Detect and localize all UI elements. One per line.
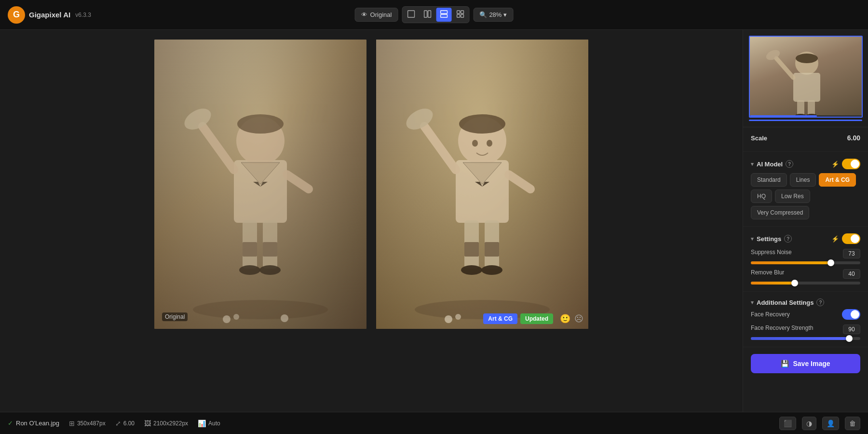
thumbnail-area — [743, 30, 868, 127]
svg-rect-3 — [440, 11, 447, 14]
source-size-icon: ⊞ — [69, 420, 75, 427]
mode-stat: 📊 Auto — [198, 420, 220, 427]
scale-icon: ⤢ — [115, 420, 121, 427]
face-detect-button[interactable]: 👤 — [822, 417, 839, 430]
svg-rect-5 — [457, 11, 460, 14]
face-recovery-strength-track[interactable] — [751, 337, 860, 340]
additional-settings-row: ▾ Additional Settings ? — [751, 298, 860, 306]
face-recovery-row: Face Recovery — [751, 309, 860, 320]
output-size-stat: 🖼 2100x2922px — [144, 420, 188, 427]
model-badge: Art & CG — [483, 313, 517, 324]
remove-blur-row: Remove Blur 40 — [751, 269, 860, 285]
face-recovery-strength-fill — [751, 337, 849, 340]
svg-rect-2 — [428, 11, 431, 17]
save-icon: 💾 — [781, 360, 789, 367]
view-split-vertical-button[interactable] — [420, 8, 435, 22]
face-recovery-toggle[interactable] — [842, 309, 860, 320]
suppress-noise-track[interactable] — [751, 261, 860, 264]
save-image-button[interactable]: 💾 Save Image — [751, 354, 860, 373]
ai-model-section: ▾ AI Model ? ⚡ Standard Lines Art & CG H… — [743, 152, 868, 227]
model-hq-button[interactable]: HQ — [751, 190, 772, 203]
color-mode-button[interactable]: ⬛ — [779, 417, 796, 430]
svg-rect-54 — [793, 73, 820, 102]
zoom-button[interactable]: 🔍 28% ▾ — [473, 8, 513, 22]
filename: Ron O'Lean.jpg — [16, 420, 59, 427]
additional-settings-help-icon[interactable]: ? — [816, 298, 824, 306]
mode-icon: 📊 — [198, 420, 206, 427]
additional-settings-chevron-icon: ▾ — [751, 299, 754, 306]
view-grid-button[interactable] — [452, 8, 468, 22]
canvas-area[interactable]: Original — [0, 30, 743, 412]
svg-point-13 — [237, 114, 284, 134]
ai-model-toggle-group: ⚡ — [831, 159, 860, 169]
delete-button[interactable]: 🗑 — [845, 417, 860, 430]
source-size: 350x487px — [77, 420, 106, 427]
additional-settings-label-group: ▾ Additional Settings ? — [751, 298, 824, 306]
remove-blur-track[interactable] — [751, 282, 860, 285]
face-recovery-label: Face Recovery — [751, 311, 790, 318]
scale-value: 6.00 — [847, 134, 860, 142]
zoom-in-icon: 🔍 — [479, 11, 487, 18]
settings-section: ▾ Settings ? ⚡ Suppress Noise 73 — [743, 227, 868, 292]
app-name: Gigapixel AI — [29, 11, 70, 19]
svg-line-36 — [509, 175, 530, 189]
original-view-button[interactable]: 👁 Original — [355, 8, 398, 22]
original-photo-inner — [154, 40, 366, 329]
svg-rect-58 — [808, 100, 815, 116]
model-artcg-button[interactable]: Art & CG — [819, 173, 856, 187]
svg-rect-6 — [461, 11, 463, 14]
model-verycompressed-button[interactable]: Very Compressed — [751, 206, 809, 219]
view-mode-group — [402, 6, 469, 23]
face-recovery-strength-thumb[interactable] — [846, 335, 853, 342]
svg-point-33 — [459, 114, 505, 134]
thumbs-up-icon[interactable]: 🙂 — [560, 313, 570, 324]
suppress-noise-thumb[interactable] — [827, 259, 834, 266]
compare-button[interactable]: ◑ — [802, 417, 816, 430]
face-recovery-strength-label: Face Recovery Strength — [751, 325, 813, 334]
view-single-left-button[interactable] — [403, 8, 419, 22]
model-lines-button[interactable]: Lines — [790, 173, 816, 187]
svg-rect-41 — [464, 242, 479, 257]
settings-toggle-group: ⚡ — [831, 233, 860, 244]
zoom-chevron-icon: ▾ — [503, 11, 507, 18]
settings-help-icon[interactable]: ? — [784, 235, 792, 243]
remove-blur-label-row: Remove Blur 40 — [751, 269, 860, 279]
remove-blur-fill — [751, 282, 795, 285]
additional-settings-label: Additional Settings — [757, 299, 814, 306]
svg-line-34 — [424, 126, 456, 170]
model-buttons-row: Standard Lines Art & CG HQ Low Res Very … — [751, 173, 860, 219]
additional-settings-section: ▾ Additional Settings ? Face Recovery Fa… — [743, 292, 868, 347]
mode-display: Auto — [208, 420, 220, 427]
ai-model-toggle[interactable] — [842, 159, 860, 169]
remove-blur-thumb[interactable] — [791, 280, 798, 286]
file-info: ✓ Ron O'Lean.jpg — [8, 420, 59, 427]
settings-label-group: ▾ Settings ? — [751, 235, 792, 243]
suppress-noise-row: Suppress Noise 73 — [751, 249, 860, 264]
model-standard-button[interactable]: Standard — [751, 173, 787, 187]
thumbs-down-icon[interactable]: ☹ — [574, 313, 583, 324]
svg-rect-4 — [440, 14, 447, 17]
badge-row: Art & CG Updated 🙂 ☹ — [483, 313, 583, 324]
view-split-grid-button[interactable] — [436, 8, 451, 22]
ai-model-label: AI Model — [757, 161, 783, 168]
svg-rect-22 — [263, 242, 277, 257]
svg-point-39 — [461, 265, 482, 275]
scale-row: Scale 6.00 — [751, 134, 860, 142]
enhanced-image-panel: Art & CG Updated 🙂 ☹ — [376, 40, 588, 329]
logo-area: G Gigapixel AI v6.3.3 — [8, 6, 91, 24]
chevron-down-icon: ▾ — [751, 161, 754, 167]
face-recovery-strength-row: Face Recovery Strength 90 — [751, 325, 860, 340]
ai-model-help-icon[interactable]: ? — [786, 160, 793, 168]
scale-label: Scale — [751, 135, 767, 142]
scale-stat: ⤢ 6.00 — [115, 420, 135, 427]
svg-point-50 — [487, 140, 492, 147]
svg-point-10 — [193, 300, 328, 319]
face-recovery-strength-value: 90 — [843, 325, 860, 334]
model-lowres-button[interactable]: Low Res — [775, 190, 810, 203]
settings-toggle[interactable] — [842, 233, 860, 244]
output-size-icon: 🖼 — [144, 420, 151, 427]
remove-blur-value: 40 — [843, 269, 860, 279]
remove-blur-label: Remove Blur — [751, 269, 784, 279]
app-logo: G — [8, 6, 25, 24]
original-photo: Original — [154, 40, 366, 329]
